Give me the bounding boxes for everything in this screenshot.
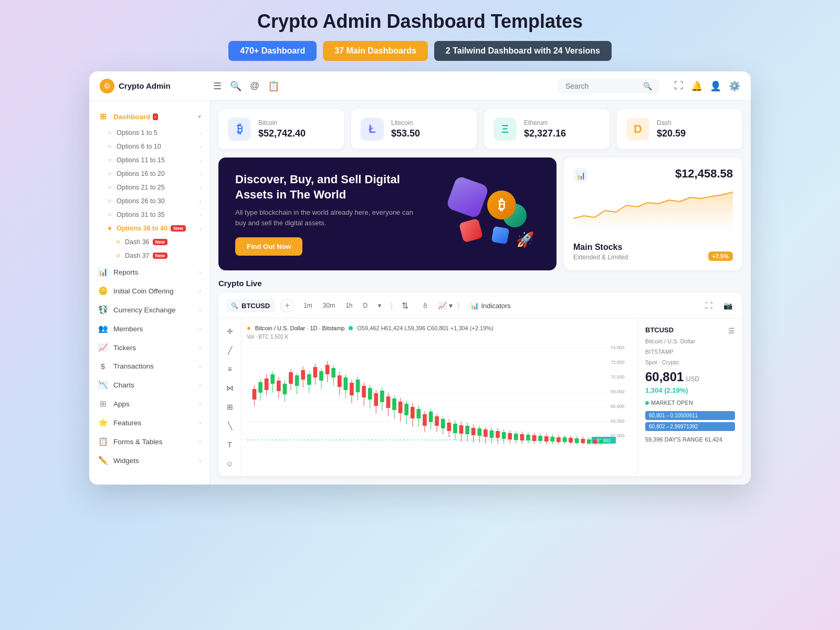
sidebar-item-currency[interactable]: 💱 Currency Exchange › (89, 300, 209, 319)
right-exchange: BITSTAMP (645, 349, 735, 355)
chart-header: ● Bitcoin / U.S. Dollar · 1D · Bitstamp … (247, 324, 632, 332)
time-d[interactable]: D (359, 300, 372, 311)
separator2: | (458, 301, 460, 310)
apps-arrow: › (199, 401, 201, 407)
fullscreen-btn[interactable]: ⛶ (701, 298, 716, 313)
sidebar-sub-item-6to10[interactable]: Options 6 to 10 › (89, 140, 209, 153)
sidebar-item-ico[interactable]: 🪙 Initial Coin Offering › (89, 281, 209, 300)
find-out-now-button[interactable]: Find Out Now (235, 237, 302, 256)
candle-btn[interactable]: 🕯 (418, 298, 433, 313)
camera-btn[interactable]: 📷 (720, 298, 735, 313)
charts-label: Charts (113, 381, 134, 389)
pen-tool[interactable]: ╲ (223, 418, 237, 433)
sidebar-item-reports[interactable]: 📊 Reports › (89, 262, 209, 281)
sidebar-sub-item-21to25[interactable]: Options 21 to 25 › (89, 181, 209, 194)
price-tag-1[interactable]: 60,801→0.10500611 (645, 411, 735, 420)
svg-rect-22 (265, 379, 269, 390)
price-card-ltc: Ł Litecoin $53.50 (351, 109, 477, 149)
sub-dot (108, 159, 111, 162)
sidebar-item-apps[interactable]: ⊞ Apps › (89, 394, 209, 413)
svg-rect-82 (447, 423, 451, 431)
chart-type-btn[interactable]: ⇅ (398, 298, 413, 313)
stocks-card: 📊 $12,458.58 (564, 158, 742, 270)
time-1h[interactable]: 1h (341, 300, 356, 311)
sidebar-item-dashboard[interactable]: ⊞ Dashboard • ▾ (89, 107, 209, 126)
sidebar-sub-item-26to30[interactable]: Options 26 to 30 › (89, 194, 209, 208)
svg-rect-88 (465, 426, 469, 434)
tickers-arrow: › (199, 344, 201, 351)
svg-rect-36 (307, 374, 311, 385)
cursor-tool[interactable]: ✛ (223, 324, 237, 339)
sidebar-item-tickers[interactable]: 📈 Tickers › (89, 338, 209, 357)
sidebar-sub-item-1to5[interactable]: Options 1 to 5 › (89, 126, 209, 140)
svg-rect-48 (343, 377, 348, 390)
sidebar-sub-item-36to40[interactable]: Options 36 to 40 New › (89, 222, 209, 235)
dashboard-dot: • (153, 113, 159, 120)
svg-rect-70 (411, 407, 415, 418)
sidebar-item-transactions[interactable]: $ Transactions › (89, 357, 209, 375)
btc-price: $52,742.40 (258, 128, 306, 139)
eth-icon: Ξ (494, 118, 517, 141)
at-icon[interactable]: @ (250, 80, 259, 91)
settings-icon[interactable]: ⚙️ (729, 80, 740, 92)
right-icons: ⛶ 🔔 👤 ⚙️ (674, 80, 740, 92)
eth-name: Etherum (524, 119, 566, 127)
search-input[interactable] (565, 82, 639, 90)
svg-rect-26 (277, 381, 281, 391)
badges-row: 470+ Dashboard 37 Main Dashboards 2 Tail… (228, 41, 612, 61)
transactions-label: Transactions (113, 362, 154, 370)
ohlc-data: O59,462 H61,424 L59,396 C60,801 +1,304 (… (357, 325, 493, 331)
svg-rect-122 (569, 438, 573, 443)
ico-arrow: › (199, 288, 201, 294)
sidebar-sub-item-31to35[interactable]: Options 31 to 35 › (89, 208, 209, 222)
sub-label: Options 6 to 10 (117, 143, 161, 150)
sidebar-item-members[interactable]: 👥 Members › (89, 319, 209, 338)
market-open-dot (645, 401, 649, 405)
sub-arrow: › (200, 158, 201, 163)
emoji-tool[interactable]: ☺ (223, 456, 237, 471)
user-icon[interactable]: 👤 (710, 80, 721, 92)
sidebar-item-features[interactable]: ⭐ Features › (89, 413, 209, 432)
search-area[interactable]: 🔍 (558, 79, 659, 93)
fib-tool[interactable]: ⊞ (223, 400, 237, 414)
text-tool[interactable]: T (223, 437, 237, 452)
members-icon: 👥 (98, 324, 108, 333)
time-30m[interactable]: 30m (319, 300, 339, 311)
astronaut-emoji: 🚀 (516, 231, 534, 248)
sub-dot (108, 200, 111, 203)
sidebar-sub-item-dash36[interactable]: Dash 36 New (89, 235, 209, 249)
line-btn[interactable]: 📈 ▾ (438, 298, 453, 313)
sub-arrow: › (200, 130, 201, 136)
sidebar-sub-item-dash37[interactable]: Dash 37 New (89, 249, 209, 262)
svg-rect-30 (289, 372, 293, 384)
stocks-info: Main Stocks Extended & Limited +7.5% (573, 243, 733, 261)
sub-dot (108, 145, 111, 148)
sidebar-item-forms[interactable]: 📋 Forms & Tables › (89, 432, 209, 451)
svg-rect-76 (429, 412, 433, 422)
time-dropdown[interactable]: ▾ (374, 300, 385, 311)
svg-rect-68 (404, 404, 408, 415)
trend-tool[interactable]: ╱ (223, 343, 237, 358)
clipboard-icon[interactable]: 📋 (268, 80, 279, 92)
svg-text:68,000: 68,000 (611, 389, 625, 394)
indicators-button[interactable]: 📊 Indicators (465, 300, 516, 312)
reports-label: Reports (113, 268, 138, 276)
sidebar-sub-item-16to20[interactable]: Options 16 to 20 › (89, 167, 209, 181)
svg-text:60,801: 60,801 (597, 438, 611, 443)
sidebar-item-widgets[interactable]: ✏️ Widgets › (89, 451, 209, 470)
svg-rect-58 (374, 393, 378, 406)
fork-tool[interactable]: ⋈ (223, 381, 237, 395)
search-icon-top[interactable]: 🔍 (230, 80, 242, 92)
sidebar-sub-item-11to15[interactable]: Options 11 to 15 › (89, 153, 209, 167)
crypto-live-section: Crypto Live 🔍 BTCUSD + 1m 30m 1h (218, 279, 742, 476)
price-tag-2[interactable]: 60,802→2.99971392 (645, 422, 735, 431)
time-1m[interactable]: 1m (299, 300, 317, 311)
lines-tool[interactable]: ≡ (223, 362, 237, 376)
sidebar-item-charts[interactable]: 📉 Charts › (89, 375, 209, 394)
hamburger-icon[interactable]: ☰ (213, 80, 222, 92)
svg-rect-106 (520, 434, 524, 440)
expand-icon[interactable]: ⛶ (674, 80, 684, 91)
bell-icon[interactable]: 🔔 (691, 80, 702, 92)
add-symbol-button[interactable]: + (280, 299, 294, 312)
tickers-icon: 📈 (98, 343, 108, 352)
